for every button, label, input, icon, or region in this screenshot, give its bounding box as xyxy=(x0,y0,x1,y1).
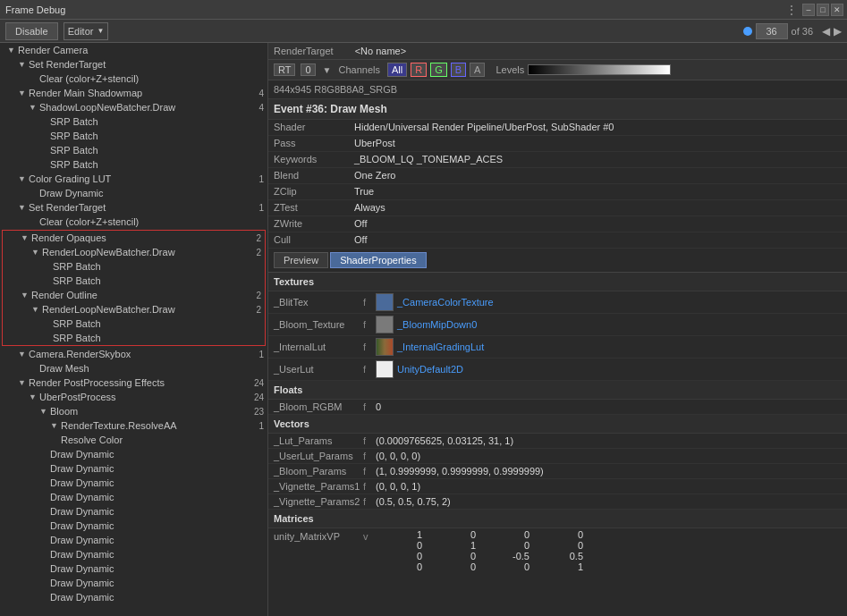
tab-shader-properties[interactable]: ShaderProperties xyxy=(330,252,427,268)
editor-dropdown[interactable]: Editor ▼ xyxy=(64,22,109,40)
maximize-button[interactable]: □ xyxy=(817,4,829,16)
tree-label: SRP Batch xyxy=(50,131,98,141)
channel-a-btn[interactable]: A xyxy=(470,63,485,77)
tex-f-icon: f xyxy=(363,342,376,352)
tree-item-render-main-shadowmap[interactable]: ▼ Render Main Shadowmap 4 xyxy=(0,86,267,100)
tree-item-dd-11[interactable]: Draw Dynamic xyxy=(0,590,267,604)
matrix-cell: 0 xyxy=(376,540,429,551)
tree-item-renderloop-2[interactable]: ▼ RenderLoopNewBatcher.Draw 2 xyxy=(3,302,265,316)
matrix-cell: -0.5 xyxy=(483,551,537,561)
tree-item-dd-6[interactable]: Draw Dynamic xyxy=(0,519,267,533)
levels-bar: Levels xyxy=(495,64,671,75)
tree-item-srp-6[interactable]: SRP Batch xyxy=(3,274,265,288)
vec-f-icon: f xyxy=(363,435,376,446)
vec-val: (0, 0, 0, 1) xyxy=(376,481,420,492)
channel-r-btn[interactable]: R xyxy=(411,63,427,77)
prop-val: UberPost xyxy=(354,138,395,148)
prop-key: Cull xyxy=(274,234,354,245)
prop-val: Hidden/Universal Render Pipeline/UberPos… xyxy=(354,122,614,132)
tree-item-dd-9[interactable]: Draw Dynamic xyxy=(0,561,267,576)
tree-item-set-rendertarget-1[interactable]: ▼ Set RenderTarget xyxy=(0,57,267,72)
nav-prev[interactable]: ◀ xyxy=(822,25,830,38)
tree-item-srp-2[interactable]: SRP Batch xyxy=(0,129,267,143)
rt-num: 0 xyxy=(301,63,315,76)
tree-item-dd-5[interactable]: Draw Dynamic xyxy=(0,504,267,519)
title-bar-label: Frame Debug xyxy=(5,4,65,15)
tree-item-uberpost[interactable]: ▼ UberPostProcess 24 xyxy=(0,390,267,404)
tab-preview[interactable]: Preview xyxy=(274,252,328,268)
matrix-cell: 0 xyxy=(429,529,483,540)
channel-g-btn[interactable]: G xyxy=(430,63,447,77)
prop-shader: Shader Hidden/Universal Render Pipeline/… xyxy=(268,120,847,136)
tree-label: Draw Dynamic xyxy=(50,549,114,560)
menu-icon[interactable]: ⋮ xyxy=(786,4,797,16)
matrix-cell: 0 xyxy=(483,540,537,551)
vec-name: _Vignette_Params2 xyxy=(274,496,363,507)
slider-of-label: of 36 xyxy=(792,26,813,37)
tree-item-draw-dynamic-1[interactable]: Draw Dynamic xyxy=(0,186,267,200)
levels-track xyxy=(528,64,671,75)
vec-f-icon: f xyxy=(363,466,376,477)
tree-item-set-rendertarget-2[interactable]: ▼ Set RenderTarget 1 xyxy=(0,200,267,215)
tree-item-rendertex-resolve[interactable]: ▼ RenderTexture.ResolveAA 1 xyxy=(0,418,267,433)
tree-item-clear-2[interactable]: Clear (color+Z+stencil) xyxy=(0,215,267,229)
prop-val: True xyxy=(354,186,374,197)
tree-item-srp-8[interactable]: SRP Batch xyxy=(3,331,265,345)
tree-item-bloom[interactable]: ▼ Bloom 23 xyxy=(0,404,267,418)
tree-label: Draw Dynamic xyxy=(50,506,114,517)
left-panel: ▼ Render Camera ▼ Set RenderTarget Clear… xyxy=(0,43,268,616)
prop-ztest: ZTest Always xyxy=(268,200,847,216)
frame-input[interactable] xyxy=(756,23,788,39)
tree-item-dd-8[interactable]: Draw Dynamic xyxy=(0,547,267,561)
tree-item-clear-1[interactable]: Clear (color+Z+stencil) xyxy=(0,72,267,86)
tree-item-dd-2[interactable]: Draw Dynamic xyxy=(0,461,267,476)
tree-item-dd-3[interactable]: Draw Dynamic xyxy=(0,476,267,490)
vec-f-icon: f xyxy=(363,451,376,461)
tree-item-shadowloop-1[interactable]: ▼ ShadowLoopNewBatcher.Draw 4 xyxy=(0,100,267,114)
tree-label: Draw Dynamic xyxy=(50,463,114,474)
prop-zclip: ZClip True xyxy=(268,184,847,200)
tree-item-srp-5[interactable]: SRP Batch xyxy=(3,259,265,274)
tree-item-dd-1[interactable]: Draw Dynamic xyxy=(0,447,267,461)
disable-button[interactable]: Disable xyxy=(5,22,58,40)
vec-val: (0.5, 0.5, 0.75, 2) xyxy=(376,496,451,507)
minimize-button[interactable]: – xyxy=(802,4,815,16)
tree-item-srp-3[interactable]: SRP Batch xyxy=(0,143,267,157)
float-val: 0 xyxy=(376,401,381,412)
prop-val: Off xyxy=(354,234,367,245)
rt-label: RT xyxy=(274,63,295,76)
tex-link-bloom[interactable]: _BloomMipDown0 xyxy=(397,319,477,330)
tree-item-srp-7[interactable]: SRP Batch xyxy=(3,316,265,331)
collapse-icon: ▼ xyxy=(18,378,27,387)
vec-name: _Vignette_Params1 xyxy=(274,481,363,492)
floats-section-header: Floats xyxy=(268,381,847,400)
tex-link-userlut[interactable]: UnityDefault2D xyxy=(397,364,463,375)
tree-item-renderloop-1[interactable]: ▼ RenderLoopNewBatcher.Draw 2 xyxy=(3,245,265,259)
matrix-cell: 1 xyxy=(429,540,483,551)
tree-item-render-post[interactable]: ▼ Render PostProcessing Effects 24 xyxy=(0,376,267,390)
tree-count: 24 xyxy=(251,378,264,388)
tree-item-render-camera[interactable]: ▼ Render Camera xyxy=(0,43,267,57)
tree-item-srp-4[interactable]: SRP Batch xyxy=(0,157,267,172)
tree-item-render-opaques[interactable]: ▼ Render Opaques 2 xyxy=(3,231,265,245)
close-button[interactable]: ✕ xyxy=(831,4,843,16)
tex-link-internallut[interactable]: _InternalGradingLut xyxy=(397,342,484,352)
tree-count: 2 xyxy=(249,305,261,315)
tree-item-dd-7[interactable]: Draw Dynamic xyxy=(0,533,267,547)
tree-item-color-grading[interactable]: ▼ Color Grading LUT 1 xyxy=(0,172,267,186)
channel-all-btn[interactable]: All xyxy=(387,63,407,77)
tree-item-camera-skybox[interactable]: ▼ Camera.RenderSkybox 1 xyxy=(0,347,267,361)
tree-item-dd-4[interactable]: Draw Dynamic xyxy=(0,490,267,504)
tree-item-render-outline[interactable]: ▼ Render Outline 2 xyxy=(3,288,265,302)
tree-item-dd-10[interactable]: Draw Dynamic xyxy=(0,576,267,590)
collapse-icon: ▼ xyxy=(39,407,48,416)
channel-b-btn[interactable]: B xyxy=(451,63,466,77)
tree-item-srp-1[interactable]: SRP Batch xyxy=(0,114,267,129)
vec-row-lut-params: _Lut_Params f (0.0009765625, 0.03125, 31… xyxy=(268,434,847,449)
tree-item-resolve-color[interactable]: Resolve Color xyxy=(0,433,267,447)
tex-link-camera[interactable]: _CameraColorTexture xyxy=(397,297,494,308)
prop-val: _BLOOM_LQ _TONEMAP_ACES xyxy=(354,154,503,165)
tabs-row: Preview ShaderProperties xyxy=(268,249,847,273)
nav-next[interactable]: ▶ xyxy=(834,25,842,38)
tree-item-draw-mesh[interactable]: Draw Mesh xyxy=(0,361,267,376)
